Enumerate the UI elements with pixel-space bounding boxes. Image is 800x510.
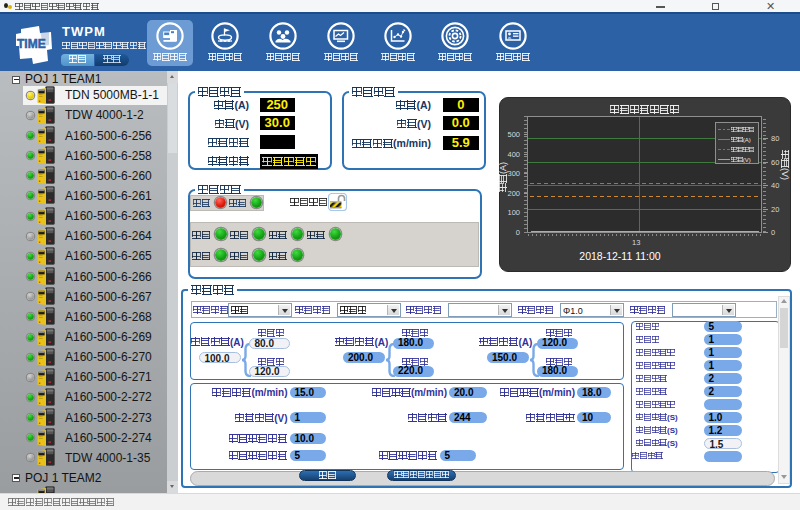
- svg-text:TIME: TIME: [17, 37, 46, 51]
